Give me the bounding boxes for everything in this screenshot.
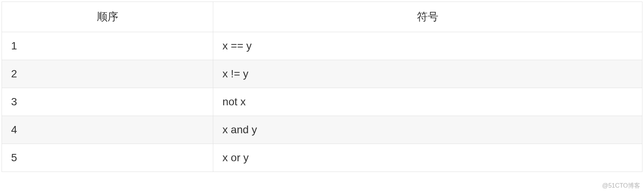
table-row: 4 x and y <box>2 116 642 144</box>
cell-symbol: not x <box>213 88 642 116</box>
header-order: 顺序 <box>2 2 213 32</box>
header-symbol: 符号 <box>213 2 642 32</box>
cell-symbol: x != y <box>213 60 642 88</box>
table-row: 1 x == y <box>2 32 642 60</box>
cell-order: 1 <box>2 32 213 60</box>
cell-order: 3 <box>2 88 213 116</box>
cell-symbol: x == y <box>213 32 642 60</box>
cell-symbol: x or y <box>213 144 642 172</box>
table-row: 5 x or y <box>2 144 642 172</box>
table-header-row: 顺序 符号 <box>2 2 642 32</box>
cell-order: 2 <box>2 60 213 88</box>
cell-symbol: x and y <box>213 116 642 144</box>
table-row: 3 not x <box>2 88 642 116</box>
table-row: 2 x != y <box>2 60 642 88</box>
operator-precedence-table: 顺序 符号 1 x == y 2 x != y 3 not x 4 x and … <box>2 2 642 172</box>
cell-order: 4 <box>2 116 213 144</box>
cell-order: 5 <box>2 144 213 172</box>
